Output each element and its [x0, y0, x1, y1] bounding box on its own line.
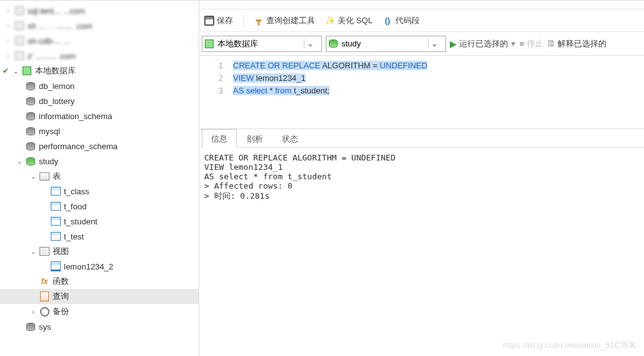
database-icon: [25, 140, 36, 152]
tab-info[interactable]: 信息: [202, 129, 237, 148]
watermark-text: https://blog.csdn.net/weixin_51C博客: [503, 340, 636, 351]
stop-icon: ■: [519, 39, 524, 48]
database-icon: [25, 80, 36, 92]
connection-item[interactable]: ›z' ......... .com: [0, 48, 199, 63]
connection-icon: [14, 20, 25, 31]
database-item[interactable]: db_lottery: [0, 93, 199, 108]
tables-node[interactable]: ⌄表: [0, 169, 199, 184]
table-item[interactable]: t_test: [0, 229, 199, 244]
backup-node[interactable]: ›备份: [0, 304, 199, 319]
database-sys[interactable]: sys: [0, 319, 199, 334]
connection-item[interactable]: ›sh-cdb-... ...: [0, 33, 199, 48]
chevron-down-icon[interactable]: ⌄: [304, 39, 316, 48]
result-tabs: 信息 剖析 状态: [199, 129, 644, 148]
editor-tabs[interactable]: [199, 1, 644, 9]
database-item[interactable]: performance_schema: [0, 139, 199, 154]
save-button[interactable]: 保存: [204, 15, 233, 26]
view-item[interactable]: lemon1234_2: [0, 259, 199, 274]
connection-icon: [202, 39, 216, 48]
query-icon: [39, 291, 50, 302]
tables-icon: [39, 170, 50, 182]
database-study[interactable]: ⌄study: [0, 154, 199, 169]
query-toolbar: 保存 ┳查询创建工具 ✨美化 SQL ()代码段: [199, 9, 644, 32]
table-item[interactable]: t_student: [0, 214, 199, 229]
play-icon: ▶: [450, 39, 457, 49]
stop-button: ■停止: [519, 38, 543, 50]
table-item[interactable]: t_food: [0, 199, 199, 214]
connection-icon: [14, 35, 25, 46]
database-icon: [326, 39, 340, 48]
connection-tree[interactable]: ›sql.tent... ...com ›sh ... . . ....... …: [0, 1, 199, 356]
database-item[interactable]: mysql: [0, 123, 199, 139]
backup-icon: [39, 306, 50, 317]
functions-node[interactable]: fx函数: [0, 274, 199, 289]
connection-item[interactable]: ›sql.tent... ...com: [0, 3, 199, 18]
run-selected-button[interactable]: ▶运行已选择的▾: [450, 38, 516, 50]
chevron-down-icon[interactable]: ▾: [511, 39, 516, 48]
connection-input[interactable]: [216, 36, 304, 51]
connection-combo[interactable]: ⌄: [202, 36, 322, 52]
tab-profile[interactable]: 剖析: [238, 130, 272, 147]
result-output: CREATE OR REPLACE ALGORITHM = UNDEFINED …: [199, 148, 644, 207]
database-input[interactable]: [340, 36, 428, 51]
database-icon: [25, 125, 36, 137]
function-icon: fx: [39, 276, 50, 287]
plan-icon: ┳: [254, 16, 264, 26]
main-panel: 保存 ┳查询创建工具 ✨美化 SQL ()代码段 ⌄ ⌄ ▶运行已选择的▾ ■停…: [199, 1, 644, 356]
database-icon: [25, 110, 36, 122]
code-area[interactable]: CREATE OR REPLACE ALGORITHM = UNDEFINEDV…: [231, 56, 427, 128]
connection-local[interactable]: ✔⌄本地数据库: [0, 63, 199, 78]
divider: [243, 14, 244, 27]
snippet-icon: (): [383, 16, 393, 26]
explain-icon: 🖺: [547, 39, 555, 48]
database-item[interactable]: information_schema: [0, 108, 199, 123]
connection-icon: [21, 65, 33, 76]
view-icon: [50, 261, 61, 272]
snippet-button[interactable]: ()代码段: [383, 15, 420, 26]
connection-icon: [14, 50, 25, 61]
magic-icon: ✨: [325, 16, 335, 26]
database-icon: [25, 95, 36, 107]
line-gutter: 123: [199, 56, 231, 128]
connection-item[interactable]: ›sh ... . . ....... .com: [0, 18, 199, 33]
explain-button[interactable]: 🖺解释已选择的: [547, 38, 606, 50]
database-icon: [25, 155, 36, 167]
table-icon: [50, 201, 61, 212]
table-icon: [50, 231, 61, 242]
views-icon: [39, 246, 50, 257]
check-icon: ✔: [3, 66, 9, 75]
result-panel: 信息 剖析 状态 CREATE OR REPLACE ALGORITHM = U…: [199, 128, 644, 356]
beautify-sql-button[interactable]: ✨美化 SQL: [325, 15, 373, 26]
connection-bar: ⌄ ⌄ ▶运行已选择的▾ ■停止 🖺解释已选择的: [199, 32, 644, 56]
table-icon: [50, 216, 61, 227]
connection-icon: [14, 5, 25, 16]
query-builder-button[interactable]: ┳查询创建工具: [254, 15, 315, 26]
save-icon: [204, 16, 214, 26]
tab-status[interactable]: 状态: [273, 130, 307, 147]
table-item[interactable]: t_class: [0, 184, 199, 199]
database-combo[interactable]: ⌄: [326, 36, 446, 52]
chevron-down-icon[interactable]: ⌄: [428, 39, 440, 48]
table-icon: [50, 186, 61, 197]
database-icon: [25, 321, 36, 332]
sql-editor[interactable]: 123 CREATE OR REPLACE ALGORITHM = UNDEFI…: [199, 56, 644, 128]
views-node[interactable]: ⌄视图: [0, 244, 199, 259]
database-item[interactable]: db_lemon: [0, 78, 199, 93]
queries-node[interactable]: 查询: [0, 289, 199, 304]
